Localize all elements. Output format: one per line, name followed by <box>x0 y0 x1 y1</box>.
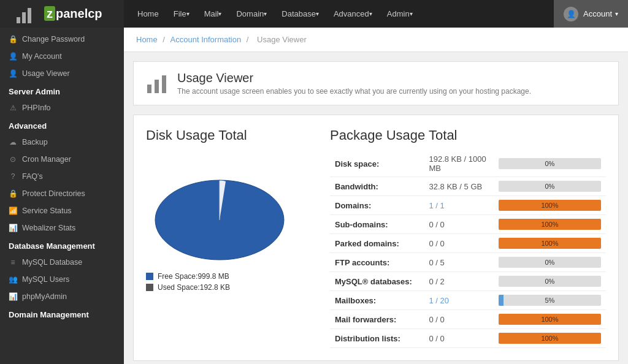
clock-icon: ⊙ <box>9 155 17 164</box>
svg-rect-1 <box>155 80 159 93</box>
sidebar-item-change-password[interactable]: 🔒 Change Password <box>0 31 124 48</box>
usage-value-link[interactable]: 1 / 20 <box>429 296 449 305</box>
stats-icon <box>17 5 35 23</box>
progress-bar-bg: 100% <box>499 219 601 230</box>
sidebar-item-service-status[interactable]: 📶 Service Status <box>0 202 124 219</box>
package-usage-title: Package Usage Total <box>330 127 606 143</box>
sidebar-item-webalizer-stats[interactable]: 📊 Webalizer Stats <box>0 219 124 237</box>
question-icon: ? <box>9 172 17 181</box>
usage-value: 0 / 5 <box>424 253 493 272</box>
package-usage-section: Package Usage Total Disk space:192.8 KB … <box>330 127 606 348</box>
sidebar-label: Service Status <box>22 207 72 215</box>
usage-label: Parked domains: <box>330 234 424 253</box>
usage-value: 1 / 20 <box>424 291 493 310</box>
sidebar-item-my-account[interactable]: 👤 My Account <box>0 48 124 65</box>
lock-icon2: 🔒 <box>9 189 17 198</box>
table-row: Parked domains:0 / 0100% <box>330 234 606 253</box>
progress-label: 0% <box>499 276 601 287</box>
legend: Free Space: 999.8 MB Used Space: 192.8 K… <box>146 272 318 292</box>
lock-icon: 🔒 <box>9 35 17 44</box>
usage-progress-cell: 5% <box>494 291 606 310</box>
breadcrumb-home[interactable]: Home <box>136 35 158 44</box>
usage-label: Mailboxes: <box>330 291 424 310</box>
sidebar-item-phpmyadmin[interactable]: 📊 phpMyAdmin <box>0 288 124 305</box>
account-arrow: ▾ <box>615 10 618 17</box>
chart-icon: 📊 <box>9 224 17 232</box>
table-row: Distribution lists:0 / 0100% <box>330 329 606 348</box>
nav-file[interactable]: File <box>166 0 197 28</box>
progress-label: 0% <box>499 181 601 192</box>
usage-value: 1 / 1 <box>424 196 493 215</box>
nav-admin[interactable]: Admin <box>380 0 420 28</box>
usage-progress-cell: 100% <box>494 310 606 329</box>
breadcrumb: Home / Account Information / Usage Viewe… <box>124 28 628 52</box>
breadcrumb-current: Usage Viewer <box>257 35 307 44</box>
logo-rest: panelcp <box>56 7 102 20</box>
page-title: Usage Viewer <box>177 71 531 85</box>
progress-label: 100% <box>499 314 601 325</box>
sidebar-item-phpinfo[interactable]: ⚠ PHPInfo <box>0 99 124 116</box>
sidebar-item-faqs[interactable]: ? FAQ's <box>0 168 124 185</box>
sidebar-item-usage-viewer[interactable]: 👤 Usage Viewer <box>0 65 124 82</box>
progress-bar-bg: 0% <box>499 158 601 169</box>
sidebar-label: Cron Manager <box>22 155 71 164</box>
sidebar: 🔒 Change Password 👤 My Account 👤 Usage V… <box>0 28 124 364</box>
free-space-color <box>146 273 153 280</box>
sidebar-label: MySQL Database <box>22 258 82 267</box>
sidebar-item-mysql-users[interactable]: 👥 MySQL Users <box>0 271 124 288</box>
usage-label: Mail forwarders: <box>330 310 424 329</box>
free-space-value: 999.8 MB <box>197 272 229 281</box>
signal-icon: 📶 <box>9 207 17 215</box>
free-space-label: Free Space: <box>158 272 197 281</box>
sidebar-label: My Account <box>22 52 62 61</box>
usage-progress-cell: 100% <box>494 215 606 234</box>
main-content: Home / Account Information / Usage Viewe… <box>124 28 628 364</box>
sidebar-item-cron-manager[interactable]: ⊙ Cron Manager <box>0 151 124 168</box>
account-button[interactable]: 👤 Account ▾ <box>554 0 628 28</box>
usage-progress-cell: 0% <box>494 177 606 196</box>
table-row: Sub-domains:0 / 0100% <box>330 215 606 234</box>
usage-label: MySQL® databases: <box>330 272 424 291</box>
disk-usage-title: Disk Usage Total <box>146 127 318 143</box>
users-icon: 👥 <box>9 275 17 284</box>
disk-usage-section: Disk Usage Total <box>146 127 318 348</box>
usage-value-link[interactable]: 1 / 1 <box>429 201 444 210</box>
progress-label: 100% <box>499 219 601 230</box>
progress-bar-bg: 100% <box>499 200 601 211</box>
usage-label: Distribution lists: <box>330 329 424 348</box>
nav-advanced[interactable]: Advanced <box>326 0 380 28</box>
sidebar-item-mysql-database[interactable]: ≡ MySQL Database <box>0 254 124 271</box>
sidebar-item-protect-directories[interactable]: 🔒 Protect Directories <box>0 185 124 202</box>
legend-used-space: Used Space: 192.8 KB <box>146 283 318 292</box>
page-description: The account usage screen enables you to … <box>177 87 531 96</box>
sidebar-label: Backup <box>22 138 48 146</box>
used-space-label: Used Space: <box>158 283 200 292</box>
nav-database[interactable]: Database <box>274 0 326 28</box>
usage-progress-cell: 0% <box>494 272 606 291</box>
sidebar-section-server-admin: Server Admin <box>0 82 124 99</box>
legend-free-space: Free Space: 999.8 MB <box>146 272 318 281</box>
used-space-value: 192.8 KB <box>200 283 230 292</box>
usage-progress-cell: 100% <box>494 196 606 215</box>
svg-rect-0 <box>147 85 151 93</box>
progress-label: 0% <box>499 158 601 169</box>
progress-label: 5% <box>499 295 601 306</box>
progress-label: 100% <box>499 200 601 211</box>
page-header: Usage Viewer The account usage screen en… <box>133 61 619 105</box>
sidebar-label: Protect Directories <box>22 189 85 198</box>
sidebar-item-backup[interactable]: ☁ Backup <box>0 134 124 151</box>
sidebar-label: Webalizer Stats <box>22 224 75 232</box>
table-row: Bandwidth:32.8 KB / 5 GB0% <box>330 177 606 196</box>
usage-label: FTP accounts: <box>330 253 424 272</box>
db-icon: ≡ <box>9 258 17 267</box>
usage-value: 0 / 0 <box>424 329 493 348</box>
table-row: Mail forwarders:0 / 0100% <box>330 310 606 329</box>
nav-mail[interactable]: Mail <box>197 0 229 28</box>
breadcrumb-sep1: / <box>163 35 167 44</box>
nav-home[interactable]: Home <box>130 0 166 28</box>
table-row: MySQL® databases:0 / 20% <box>330 272 606 291</box>
usage-label: Disk space: <box>330 151 424 177</box>
progress-label: 0% <box>499 257 601 268</box>
nav-domain[interactable]: Domain <box>229 0 274 28</box>
breadcrumb-account-info[interactable]: Account Information <box>170 35 242 44</box>
